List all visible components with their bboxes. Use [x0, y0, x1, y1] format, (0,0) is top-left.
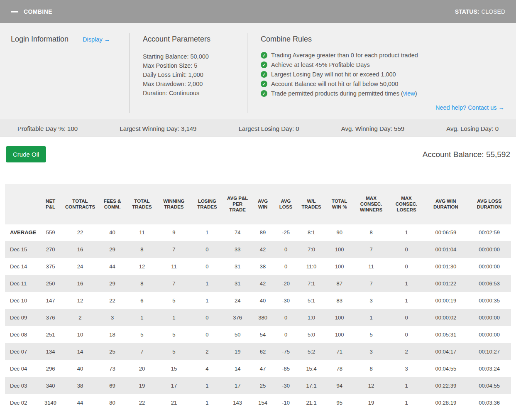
- stat-label: Largest Losing Day:: [239, 125, 294, 132]
- table-row: Dec 08 251 10 18 5 5 0 50 54 0 5:0 100 5…: [5, 326, 511, 343]
- view-link[interactable]: view: [403, 90, 415, 97]
- cell-total-trades: 20: [127, 360, 157, 377]
- combine-rule-item: Trading Average greater than 0 for each …: [261, 52, 505, 59]
- cell-avg-loss-duration: 00:00:00: [467, 241, 511, 258]
- cell-avg-loss: -20: [274, 275, 297, 292]
- cell-losing-trades: 1: [191, 292, 224, 309]
- cell-winning-trades: 1: [157, 309, 191, 326]
- cell-max-consec-losers: 1: [389, 394, 424, 411]
- cell-net-pl: 340: [39, 377, 62, 394]
- cell-avg-win-duration: 00:01:04: [424, 241, 468, 258]
- combine-rules-list: Trading Average greater than 0 for each …: [261, 52, 505, 100]
- cell-total-contracts: 22: [62, 224, 98, 241]
- row-label: Dec 11: [5, 275, 39, 292]
- cell-avg-loss: 0: [274, 326, 297, 343]
- cell-winning-trades: 21: [157, 394, 191, 411]
- table-row: Dec 15 270 16 29 8 7 0 33 42 0 7:0 100 7…: [5, 241, 511, 258]
- table-row: Dec 04 296 40 73 20 15 4 14 47 -85 15:4 …: [5, 360, 511, 377]
- column-header: W/L TRADES: [297, 184, 325, 224]
- parameter-value: 50,000: [190, 53, 208, 60]
- parameter-label: Duration:: [143, 90, 167, 96]
- row-label: Dec 09: [5, 309, 39, 326]
- cell-total-trades: 1: [127, 309, 157, 326]
- cell-wl-trades: 8:1: [297, 224, 325, 241]
- crude-oil-button[interactable]: Crude Oil: [6, 146, 46, 162]
- cell-total-contracts: 16: [62, 275, 98, 292]
- cell-avg-pl-per-trade: 31: [224, 258, 251, 275]
- cell-total-contracts: 10: [62, 326, 98, 343]
- column-header: LOSING TRADES: [191, 184, 224, 224]
- cell-winning-trades: 5: [157, 326, 191, 343]
- combine-header-bar: COMBINE STATUS: CLOSED: [0, 0, 516, 23]
- cell-avg-pl-per-trade: 33: [224, 241, 251, 258]
- login-information-section: Login Information Display →: [11, 33, 129, 113]
- parameter-value: 1,000: [188, 71, 203, 78]
- cell-max-consec-winners: 8: [354, 360, 389, 377]
- cell-wl-trades: 5:0: [297, 326, 325, 343]
- cell-avg-win-duration: 00:06:59: [424, 224, 468, 241]
- cell-avg-loss: -75: [274, 343, 297, 360]
- cell-wl-trades: 7:1: [297, 275, 325, 292]
- parameter-line: Daily Loss Limit: 1,000: [143, 70, 247, 79]
- stat-label: Avg. Losing Day:: [446, 125, 493, 132]
- summary-stats-bar: Profitable Day %: 100Largest Winning Day…: [0, 120, 516, 137]
- display-link[interactable]: Display →: [83, 36, 110, 43]
- cell-wl-trades: 1:0: [297, 309, 325, 326]
- cell-net-pl: 3149: [39, 394, 62, 411]
- combine-rules-title: Combine Rules: [261, 35, 505, 44]
- cell-wl-trades: 17:1: [297, 377, 325, 394]
- cell-winning-trades: 11: [157, 258, 191, 275]
- column-header: MAX CONSEC. WINNERS: [354, 184, 389, 224]
- cell-losing-trades: 0: [191, 241, 224, 258]
- column-header: TOTAL TRADES: [127, 184, 157, 224]
- row-label: Dec 04: [5, 360, 39, 377]
- cell-winning-trades: 5: [157, 343, 191, 360]
- cell-losing-trades: 4: [191, 360, 224, 377]
- cell-avg-loss-duration: 00:03:24: [467, 360, 511, 377]
- cell-max-consec-winners: 7: [354, 275, 389, 292]
- row-label: Dec 14: [5, 258, 39, 275]
- parameter-line: Max Drawdown: 2,000: [143, 79, 247, 88]
- cell-net-pl: 251: [39, 326, 62, 343]
- cell-total-win-pct: 100: [325, 309, 354, 326]
- cell-fees-comm: 18: [98, 326, 127, 343]
- table-row: Dec 09 376 2 3 1 1 0 376 380 0 1:0 100 1…: [5, 309, 511, 326]
- stat-value: 0: [296, 125, 299, 132]
- column-header: AVG LOSS DURATION: [467, 184, 511, 224]
- cell-total-win-pct: 83: [325, 292, 354, 309]
- parameter-line: Starting Balance: 50,000: [143, 52, 247, 61]
- stat-label: Largest Winning Day:: [120, 125, 179, 132]
- account-balance: Account Balance: 55,592: [423, 150, 510, 159]
- combine-rule-item: Largest Losing Day will not hit or excee…: [261, 71, 505, 78]
- cell-total-win-pct: 71: [325, 343, 354, 360]
- rule-text: Trading Average greater than 0 for each …: [271, 52, 418, 59]
- table-row: AVERAGE 559 22 40 11 9 1 74 89 -25 8:1 9…: [5, 224, 511, 241]
- table-header-row: NET P&LTOTAL CONTRACTSFEES & COMM.TOTAL …: [5, 184, 511, 224]
- check-icon: [261, 52, 267, 59]
- cell-losing-trades: 1: [191, 394, 224, 411]
- parameter-value: 5: [194, 62, 197, 69]
- cell-avg-loss-duration: 00:00:35: [467, 292, 511, 309]
- combine-rule-item: Achieve at least 45% Profitable Days: [261, 61, 505, 68]
- cell-total-contracts: 44: [62, 394, 98, 411]
- cell-avg-loss-duration: 00:03:36: [467, 394, 511, 411]
- cell-max-consec-winners: 7: [354, 241, 389, 258]
- cell-avg-win: 154: [251, 394, 274, 411]
- stat-item: Largest Winning Day: 3,149: [120, 125, 196, 132]
- contact-us-link[interactable]: Need help? Contact us →: [435, 104, 504, 111]
- cell-net-pl: 147: [39, 292, 62, 309]
- collapse-icon[interactable]: [11, 11, 18, 12]
- cell-net-pl: 134: [39, 343, 62, 360]
- combine-rule-item: Account Balance will not hit or fall bel…: [261, 81, 505, 87]
- row-label: AVERAGE: [5, 224, 39, 241]
- cell-total-trades: 11: [127, 224, 157, 241]
- cell-losing-trades: 2: [191, 343, 224, 360]
- cell-total-trades: 7: [127, 343, 157, 360]
- cell-total-win-pct: 78: [325, 360, 354, 377]
- cell-fees-comm: 73: [98, 360, 127, 377]
- cell-avg-loss-duration: 00:02:59: [467, 224, 511, 241]
- rule-text: Largest Losing Day will not hit or excee…: [271, 71, 396, 78]
- rule-text: Trade permitted products during permitte…: [271, 90, 403, 97]
- cell-avg-win: 62: [251, 343, 274, 360]
- cell-wl-trades: 5:2: [297, 343, 325, 360]
